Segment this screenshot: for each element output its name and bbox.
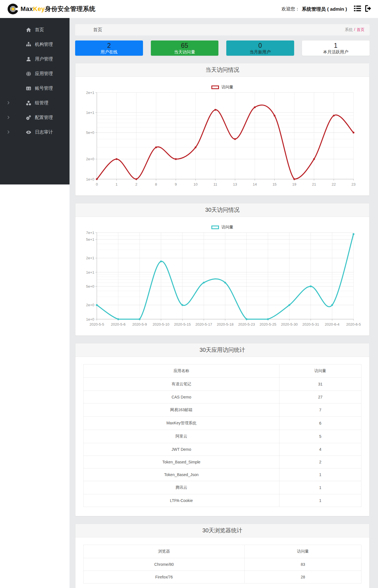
table-header-row: 应用名称访问量	[84, 364, 361, 378]
stat-card: 65当天访问量	[151, 40, 219, 56]
legend-swatch	[211, 226, 219, 229]
daily-visits-chart: 2e+11e+15e+02e+01e+001289101113141519212…	[79, 90, 365, 190]
svg-text:1e+1: 1e+1	[86, 111, 94, 115]
sidebar-item-label: 日志审计	[35, 129, 53, 135]
table-cell: 5	[279, 430, 361, 443]
svg-text:11: 11	[213, 182, 217, 186]
svg-text:2: 2	[135, 182, 137, 186]
app-visits-table: 应用名称访问量有道云笔记31CAS Demo27网易163邮箱7MaxKey管理…	[83, 364, 361, 507]
svg-text:2020-5-31: 2020-5-31	[302, 322, 319, 326]
svg-text:2020-5-6: 2020-5-6	[111, 322, 126, 326]
table-cell: 28	[245, 571, 361, 584]
stat-card: 1本月活跃用户	[302, 40, 370, 56]
table-cell: MaxKey管理系统	[84, 417, 279, 430]
svg-text:15: 15	[272, 182, 276, 186]
svg-text:5e+0: 5e+0	[86, 130, 94, 135]
sidebar-item-label: 组管理	[35, 100, 48, 106]
chart-legend[interactable]: 访问量	[79, 85, 365, 90]
sidebar-item-audit-log[interactable]: 日志审计	[0, 125, 70, 139]
chevron-right-icon	[7, 130, 10, 134]
svg-text:14: 14	[253, 182, 257, 186]
sidebar-item-group-mgmt[interactable]: 组管理	[0, 96, 70, 110]
table-row: 腾讯云1	[84, 481, 361, 494]
table-row: JWT Demo4	[84, 443, 361, 456]
table-row: 有道云笔记31	[84, 378, 361, 391]
table-row: Token_Based_Simple2	[84, 456, 361, 468]
table-cell: 7	[279, 404, 361, 417]
user-icon	[26, 57, 31, 62]
sidebar-item-config-mgmt[interactable]: 配置管理	[0, 110, 70, 125]
svg-text:1e+0: 1e+0	[86, 317, 94, 321]
panel-30day-visits-title: 30天访问情况	[75, 203, 369, 217]
stat-label: 本月活跃用户	[323, 49, 348, 55]
svg-text:2e+1: 2e+1	[86, 256, 94, 260]
svg-text:2020-5-18: 2020-5-18	[217, 322, 233, 326]
sidebar-item-label: 首页	[35, 27, 44, 33]
table-cell: CAS Demo	[84, 391, 279, 404]
table-row: 阿里云5	[84, 430, 361, 443]
sidebar-item-org-mgmt[interactable]: 机构管理	[0, 37, 70, 52]
table-cell: Firefox/76	[84, 571, 245, 584]
table-row: MaxKey管理系统6	[84, 417, 361, 430]
sidebar-item-app-mgmt[interactable]: 应用管理	[0, 66, 70, 81]
svg-text:7e+1: 7e+1	[86, 231, 94, 235]
table-cell: 2	[279, 456, 361, 468]
svg-text:23: 23	[352, 182, 355, 186]
svg-text:2e+0: 2e+0	[86, 303, 94, 307]
welcome-label: 欢迎您：	[281, 6, 299, 12]
stat-card: 0当月新用户	[226, 40, 294, 56]
sidebar-item-label: 机构管理	[35, 42, 53, 48]
table-row: Token_Based_Json1	[84, 468, 361, 481]
stats-row: 2用户在线65当天访问量0当月新用户1本月活跃用户	[75, 40, 370, 56]
stat-value: 65	[181, 42, 188, 49]
svg-text:1e+1: 1e+1	[86, 270, 94, 274]
table-cell: 1	[279, 494, 361, 507]
table-row: Firefox/7628	[84, 571, 361, 584]
breadcrumb-section-link[interactable]: 系统	[345, 27, 353, 32]
page-title: 首页	[93, 27, 102, 33]
svg-text:2020-5-23: 2020-5-23	[238, 322, 255, 326]
app-header: MaxKey身份安全管理系统 欢迎您： 系统管理员 ( admin )	[0, 0, 378, 18]
table-cell: 27	[279, 391, 361, 404]
menu-list-icon[interactable]	[353, 4, 362, 13]
stat-label: 当天访问量	[174, 49, 195, 55]
column-header: 浏览器	[84, 545, 245, 558]
table-cell: 有道云笔记	[84, 378, 279, 391]
table-row: 网易163邮箱7	[84, 404, 361, 417]
chart-legend[interactable]: 访问量	[79, 225, 365, 230]
svg-text:1e+0: 1e+0	[86, 177, 94, 181]
svg-text:2020-5-5: 2020-5-5	[90, 322, 104, 326]
svg-text:13: 13	[233, 182, 237, 186]
logout-icon[interactable]	[364, 4, 372, 13]
current-user: 系统管理员 ( admin )	[302, 6, 347, 12]
sidebar-item-label: 用户管理	[35, 56, 53, 62]
brand-title: MaxKey身份安全管理系统	[21, 5, 95, 13]
svg-text:2020-5-25: 2020-5-25	[260, 322, 276, 326]
sidebar-item-user-mgmt[interactable]: 用户管理	[0, 52, 70, 66]
table-cell: 网易163邮箱	[84, 404, 279, 417]
brand-logo[interactable]: MaxKey身份安全管理系统	[7, 3, 95, 15]
svg-text:2020-6-5: 2020-6-5	[346, 322, 361, 326]
breadcrumb-current-link[interactable]: 首页	[357, 27, 364, 32]
main-content: 首页 系统/首页 2用户在线65当天访问量0当月新用户1本月活跃用户 当天访问情…	[70, 18, 378, 588]
sidebar-nav: 首页机构管理用户管理应用管理账号管理组管理配置管理日志审计	[0, 18, 70, 184]
sidebar-item-account-mgmt[interactable]: 账号管理	[0, 81, 70, 96]
svg-text:19: 19	[292, 182, 296, 186]
table-cell: 31	[279, 378, 361, 391]
panel-daily-visits-title: 当天访问情况	[75, 63, 369, 77]
sidebar-item-home[interactable]: 首页	[0, 22, 70, 37]
table-cell: 腾讯云	[84, 481, 279, 494]
table-cell: Chrome/80	[84, 558, 245, 571]
panel-30day-browser-stats: 30天浏览器统计 浏览器访问量Chrome/8083Firefox/7628	[75, 524, 370, 588]
column-header: 访问量	[279, 364, 361, 378]
legend-label: 访问量	[222, 225, 233, 230]
svg-text:8: 8	[155, 182, 157, 186]
column-header: 应用名称	[84, 364, 279, 378]
legend-label: 访问量	[222, 85, 233, 90]
table-cell: 4	[279, 443, 361, 456]
svg-text:1: 1	[116, 182, 118, 186]
panel-30day-visits: 30天访问情况 访问量 7e+15e+12e+11e+15e+02e+01e+0…	[75, 203, 370, 336]
panel-30day-app-stats-title: 30天应用访问统计	[75, 343, 369, 357]
svg-text:9: 9	[175, 182, 177, 186]
table-row: Chrome/8083	[84, 558, 361, 571]
